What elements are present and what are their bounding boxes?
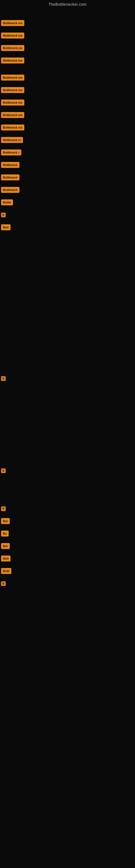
site-title: TheBottlenecker.com: [48, 2, 86, 6]
bottleneck-button-19[interactable]: B: [1, 468, 6, 473]
bottleneck-button-14[interactable]: Bottleneck: [1, 187, 19, 193]
row-23: Bot: [1, 540, 10, 552]
row-7: Bottleneck res: [1, 96, 25, 109]
bottleneck-button-11[interactable]: Bottleneck r: [1, 150, 21, 155]
row-6: Bottleneck res: [1, 84, 25, 96]
row-5: Bottleneck res: [1, 71, 25, 84]
bottleneck-button-18[interactable]: B: [1, 376, 6, 381]
bottleneck-button-17[interactable]: Bott: [1, 224, 10, 230]
row-3: Bottleneck res: [1, 42, 25, 54]
row-2: Bottleneck res: [1, 29, 25, 42]
bottleneck-button-25[interactable]: Bottl: [1, 568, 11, 574]
row-26: B: [1, 577, 6, 590]
row-10: Bottleneck re: [1, 134, 24, 146]
row-13: Bottleneck: [1, 171, 20, 184]
row-22: Bo: [1, 527, 9, 540]
bottleneck-button-26[interactable]: B: [1, 581, 6, 586]
row-25: Bottl: [1, 565, 12, 577]
bottleneck-button-12[interactable]: Bottleneck: [1, 162, 19, 168]
row-14: Bottleneck: [1, 184, 20, 196]
bottleneck-button-1[interactable]: Bottleneck res: [1, 20, 24, 26]
bottleneck-button-10[interactable]: Bottleneck re: [1, 137, 23, 143]
row-4: Bottleneck res: [1, 54, 25, 67]
bottleneck-button-16[interactable]: B: [1, 213, 6, 217]
bottleneck-button-13[interactable]: Bottleneck: [1, 175, 19, 180]
bottleneck-button-9[interactable]: Bottleneck res: [1, 124, 24, 130]
row-19: B: [1, 464, 6, 477]
bottleneck-button-6[interactable]: Bottleneck res: [1, 87, 24, 93]
row-1: Bottleneck res: [1, 17, 25, 29]
bottleneck-button-15[interactable]: Bottle: [1, 199, 13, 205]
bottleneck-button-4[interactable]: Bottleneck res: [1, 58, 24, 63]
bottleneck-button-2[interactable]: Bottleneck res: [1, 33, 24, 38]
bottleneck-button-5[interactable]: Bottleneck res: [1, 74, 24, 81]
bottleneck-button-20[interactable]: R: [1, 506, 6, 511]
row-9: Bottleneck res: [1, 121, 25, 134]
row-21: Bot: [1, 515, 10, 527]
bottleneck-button-21[interactable]: Bot: [1, 518, 10, 524]
bottleneck-button-22[interactable]: Bo: [1, 531, 9, 536]
row-11: Bottleneck r: [1, 146, 22, 159]
bottleneck-button-24[interactable]: Bott: [1, 556, 10, 561]
row-15: Bottle: [1, 196, 13, 209]
bottleneck-button-3[interactable]: Bottleneck res: [1, 45, 24, 51]
bottleneck-button-23[interactable]: Bot: [1, 543, 10, 549]
site-header: TheBottlenecker.com: [0, 0, 135, 9]
row-20: R: [1, 502, 6, 515]
row-8: Bottleneck res: [1, 109, 25, 121]
row-12: Bottleneck: [1, 159, 20, 171]
bottleneck-button-8[interactable]: Bottleneck res: [1, 112, 24, 118]
content-area: Bottleneck res Bottleneck res Bottleneck…: [0, 9, 135, 868]
row-16: B: [1, 209, 6, 221]
row-24: Bott: [1, 552, 11, 565]
row-17: Bott: [1, 221, 11, 234]
bottleneck-button-7[interactable]: Bottleneck res: [1, 99, 24, 105]
row-18: B: [1, 372, 6, 384]
